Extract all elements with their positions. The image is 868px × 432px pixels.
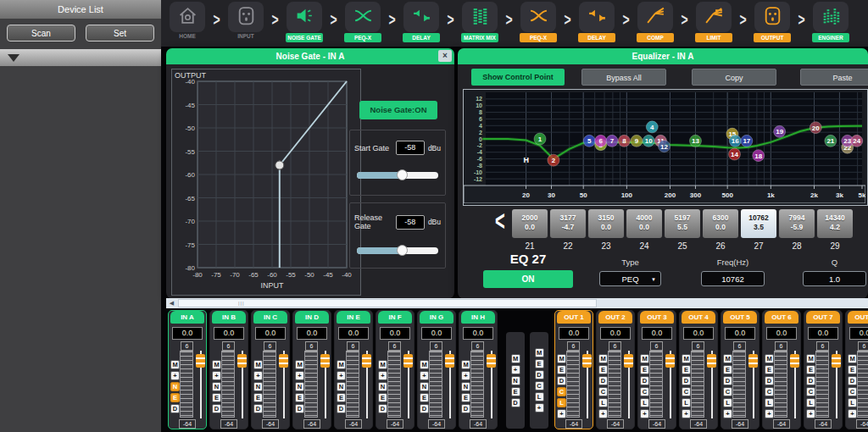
channel-gain-value[interactable]: 0.0: [172, 327, 203, 340]
eq-point-2[interactable]: 2: [548, 154, 559, 166]
strip-button-d[interactable]: D: [420, 404, 429, 413]
channel-label[interactable]: IN H: [461, 311, 495, 324]
show-control-point-button[interactable]: Show Control Point: [471, 69, 565, 86]
fader-handle[interactable]: [320, 354, 330, 368]
fader-handle[interactable]: [196, 354, 205, 368]
channel-gain-value[interactable]: 0.0: [463, 327, 493, 340]
strip-button-d[interactable]: D: [640, 376, 649, 385]
eq-point-12[interactable]: 12: [659, 141, 670, 152]
strip-button-c[interactable]: C: [682, 387, 691, 396]
noise-gate-on-button[interactable]: Noise Gate:ON: [359, 101, 437, 119]
toolbar-item-limit-9[interactable]: LIMIT: [694, 2, 733, 42]
strip-button-c[interactable]: C: [765, 387, 774, 396]
eq-band-cell-25[interactable]: 51975.5: [665, 209, 700, 238]
strip-button-d[interactable]: D: [848, 376, 857, 385]
strip-button-plus[interactable]: +: [806, 409, 815, 418]
strip-button-d[interactable]: D: [378, 404, 387, 413]
release-gate-value[interactable]: -58: [396, 215, 425, 230]
fader-handle[interactable]: [707, 354, 716, 368]
eq-band-cell-26[interactable]: 63000.0: [703, 209, 738, 238]
master-button-d[interactable]: D: [511, 398, 520, 407]
strip-button-n[interactable]: N: [253, 382, 263, 391]
strip-in-b[interactable]: IN B0.06-64M+NED: [209, 310, 248, 429]
master-button-m[interactable]: M: [511, 354, 520, 363]
strip-button-plus[interactable]: +: [682, 409, 691, 418]
strip-button-d[interactable]: D: [806, 376, 815, 385]
strip-button-d[interactable]: D: [337, 404, 346, 413]
set-button[interactable]: Set: [86, 25, 154, 42]
strip-button-l[interactable]: L: [557, 398, 566, 407]
strip-button-plus[interactable]: +: [557, 409, 566, 418]
strip-button-e[interactable]: E: [461, 393, 470, 402]
strip-button-n[interactable]: N: [337, 382, 346, 391]
eq-band-cell-24[interactable]: 40000.0: [626, 209, 662, 238]
device-list-collapse-bar[interactable]: [0, 49, 161, 66]
strip-button-plus[interactable]: +: [765, 409, 774, 418]
channel-label[interactable]: OUT 5: [723, 311, 757, 324]
strip-button-l[interactable]: L: [598, 398, 608, 407]
strip-out-3[interactable]: OUT 30.06-64MEDCL+: [637, 310, 676, 429]
channel-gain-value[interactable]: 0.0: [683, 327, 714, 340]
strip-button-c[interactable]: C: [598, 387, 608, 396]
paste-button[interactable]: Paste: [800, 69, 868, 86]
channel-gain-value[interactable]: 0.0: [642, 327, 672, 340]
strip-in-f[interactable]: IN F0.06-64M+NED: [376, 310, 415, 429]
strip-button-plus[interactable]: +: [170, 371, 180, 380]
eq-point-17[interactable]: 17: [741, 135, 753, 147]
strip-button-e[interactable]: E: [765, 365, 774, 374]
strip-button-e[interactable]: E: [682, 365, 691, 374]
strip-button-c[interactable]: C: [640, 387, 649, 396]
strip-button-m[interactable]: M: [806, 354, 815, 363]
strip-button-l[interactable]: L: [806, 398, 815, 407]
master-button-l[interactable]: L: [535, 392, 544, 402]
scroll-left-icon[interactable]: ◀: [166, 298, 177, 308]
channel-gain-value[interactable]: 0.0: [849, 327, 868, 340]
strip-button-plus[interactable]: +: [337, 371, 346, 380]
channel-label[interactable]: OUT 4: [682, 311, 715, 324]
strip-button-m[interactable]: M: [461, 360, 470, 369]
toolbar-item-home-0[interactable]: HOME: [168, 2, 207, 39]
channel-gain-value[interactable]: 0.0: [214, 327, 244, 340]
channel-label[interactable]: OUT 2: [598, 311, 632, 324]
channel-gain-value[interactable]: 0.0: [421, 327, 452, 340]
strip-button-plus[interactable]: +: [461, 371, 470, 380]
strip-button-m[interactable]: M: [212, 360, 221, 369]
master-button-plus[interactable]: +: [535, 403, 544, 413]
channel-label[interactable]: IN E: [337, 311, 370, 324]
channel-label[interactable]: OUT 3: [640, 311, 674, 324]
master-button-n[interactable]: N: [511, 376, 520, 385]
channel-label[interactable]: IN B: [212, 311, 246, 324]
strip-button-m[interactable]: M: [378, 360, 387, 369]
strip-button-d[interactable]: D: [557, 376, 566, 385]
eq-point-14[interactable]: 14: [729, 148, 741, 160]
strip-button-plus[interactable]: +: [598, 409, 608, 418]
toolbar-item-output-10[interactable]: OUTPUT: [753, 2, 792, 42]
strip-button-plus[interactable]: +: [253, 371, 263, 380]
strip-button-m[interactable]: M: [253, 360, 263, 369]
fader-handle[interactable]: [237, 354, 247, 368]
fader-handle[interactable]: [445, 354, 454, 368]
strip-button-e[interactable]: E: [723, 365, 732, 374]
toolbar-item-peq-x-3[interactable]: PEQ-X: [343, 2, 382, 42]
fader-handle[interactable]: [362, 354, 371, 368]
strip-button-plus[interactable]: +: [723, 409, 732, 418]
strip-out-7[interactable]: OUT 70.06-64MEDCL+: [804, 310, 843, 429]
eq-point-9[interactable]: 9: [631, 135, 643, 147]
master-button-e[interactable]: E: [535, 359, 544, 368]
fader-handle[interactable]: [665, 354, 675, 368]
channel-label[interactable]: OUT 1: [557, 311, 591, 324]
fader-handle[interactable]: [790, 354, 799, 368]
strip-in-g[interactable]: IN G0.06-64M+NED: [417, 310, 456, 429]
start-gate-slider[interactable]: [357, 172, 438, 179]
channel-label[interactable]: IN A: [170, 311, 204, 324]
strip-button-l[interactable]: L: [765, 398, 774, 407]
strip-button-e[interactable]: E: [598, 365, 608, 374]
strip-button-e[interactable]: E: [337, 393, 346, 402]
fader-handle[interactable]: [748, 354, 758, 368]
strip-button-plus[interactable]: +: [640, 409, 649, 418]
eq-point-18[interactable]: 18: [753, 150, 765, 162]
strip-button-e[interactable]: E: [170, 393, 180, 402]
horizontal-scrollbar[interactable]: ◀ |||: [166, 298, 868, 308]
strip-button-d[interactable]: D: [682, 376, 691, 385]
channel-label[interactable]: OUT 6: [765, 311, 798, 324]
